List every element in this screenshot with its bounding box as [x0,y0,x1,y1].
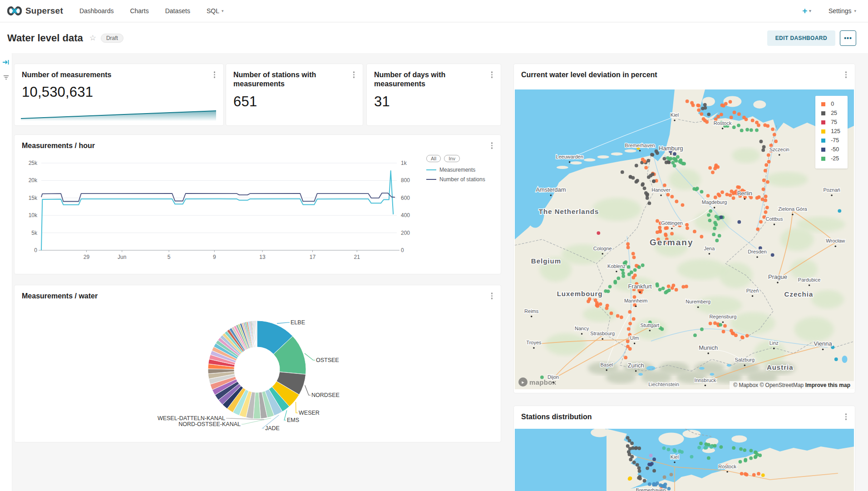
station-dot [756,228,760,231]
svg-text:Prague: Prague [768,273,787,280]
dashboard-more-button[interactable]: ••• [840,30,856,46]
legend-label: 125 [831,128,840,134]
svg-text:Germany: Germany [650,238,693,247]
new-item-button[interactable]: + ▾ [802,6,811,16]
deviation-map[interactable]: LeeuwardenAmsterdamThe NetherlandsBremer… [515,89,854,389]
station-dot [739,447,743,451]
nav-right: + ▾ Settings ▾ [802,6,856,16]
nav-item-label: Datasets [165,7,190,15]
station-dot [733,111,736,114]
mapbox-logo[interactable]: ▸ mapbox [518,377,556,387]
legend-item[interactable]: Measurements [426,167,495,173]
kebab-menu-icon[interactable] [489,141,495,150]
station-dot [597,231,600,235]
svg-text:Stuttgart: Stuttgart [641,322,660,328]
chart-card-measurements-hour: Measurements / hour 005k20010k40015k6002… [14,134,501,274]
station-dot [682,162,686,165]
station-dot [739,460,742,464]
station-dot [637,446,641,450]
station-dot [669,157,672,160]
station-dot [652,457,656,461]
legend-swatch [426,169,436,170]
donut-label: WESEL-DATTELN-KANAL [158,415,225,422]
svg-text:9: 9 [213,254,216,260]
kpi-title: Number of days with measurements [374,70,469,89]
station-dot [751,119,755,122]
station-dot [745,118,748,121]
station-dot [757,195,761,199]
station-dot [774,139,778,143]
station-dot [737,220,741,224]
kebab-menu-icon[interactable] [489,70,495,79]
station-dot [648,202,651,205]
edit-dashboard-button[interactable]: EDIT DASHBOARD [767,30,835,46]
station-dot [764,169,767,173]
station-dot [628,439,631,442]
chart-title: Stations distribution [521,412,592,422]
legend-item[interactable]: Number of stations [426,176,495,183]
kebab-menu-icon[interactable] [351,70,357,79]
svg-text:Liechtenstein: Liechtenstein [648,382,679,387]
donut-slice[interactable] [256,321,257,347]
legend-button-all[interactable]: All [426,155,441,162]
map-city-label: Germany [650,238,693,247]
station-dot [624,356,627,359]
superset-logo[interactable]: Superset [7,6,63,16]
mapbox-wordmark: mapbox [529,378,556,386]
station-dot [636,463,639,466]
station-dot [673,152,676,156]
kebab-menu-icon[interactable] [489,292,495,300]
line-chart-plot: 005k20010k40015k60020k80025k1k29Jun59131… [16,153,420,272]
kebab-menu-icon[interactable] [212,70,217,79]
station-dot [628,476,632,480]
nav-item-dashboards[interactable]: Dashboards [79,7,114,15]
station-dot [646,159,650,163]
station-dot [762,145,766,149]
station-dot [755,129,759,132]
station-dot [652,179,656,183]
settings-menu[interactable]: Settings ▾ [829,7,856,15]
filter-icon[interactable] [3,74,10,81]
chart-legend: AllInv MeasurementsNumber of stations [426,155,495,186]
svg-text:Nuremberg: Nuremberg [686,299,710,304]
donut-label: ELBE [291,319,305,326]
legend-label: Measurements [439,167,475,173]
svg-text:10k: 10k [29,212,38,218]
settings-label: Settings [829,7,852,15]
station-dot [641,183,644,187]
kebab-menu-icon[interactable] [843,70,849,79]
station-dot [681,285,685,289]
station-dot [646,466,649,470]
svg-text:Belgium: Belgium [531,257,561,265]
station-dot [599,302,602,306]
station-dot [707,213,710,217]
favorite-star-icon[interactable]: ☆ [89,33,96,43]
station-dot [718,234,721,238]
donut-chart: ELBEOSTSEENORDSEEWESEREMSJADENORD-OSTSEE… [22,303,494,439]
station-dot [616,277,620,280]
station-dot [761,198,764,201]
header-actions: EDIT DASHBOARD ••• [767,30,856,46]
nav-item-charts[interactable]: Charts [130,7,148,15]
legend-label: 25 [831,110,837,116]
station-dot [709,209,712,213]
legend-swatch [821,102,825,106]
legend-button-inv[interactable]: Inv [444,155,460,162]
filter-bar-collapsed [0,53,12,491]
kebab-menu-icon[interactable] [843,412,849,421]
station-dot [709,322,712,325]
station-dot [632,317,636,321]
legend-swatch [821,111,825,115]
station-dot [646,196,649,200]
nav-item-sql[interactable]: SQL▾ [207,7,224,15]
plus-icon: + [802,6,807,16]
station-dot [724,102,728,106]
stations-map[interactable]: KielRostockBremerhaven [515,429,854,491]
legend-label: -25 [831,155,839,162]
nav-item-datasets[interactable]: Datasets [165,7,190,15]
legend-label: Number of stations [439,176,485,183]
svg-text:Pardubice: Pardubice [798,277,821,283]
svg-text:Luxembourg: Luxembourg [557,290,603,298]
improve-map-link[interactable]: Improve this map [805,382,850,388]
expand-filter-bar-icon[interactable] [2,59,10,66]
